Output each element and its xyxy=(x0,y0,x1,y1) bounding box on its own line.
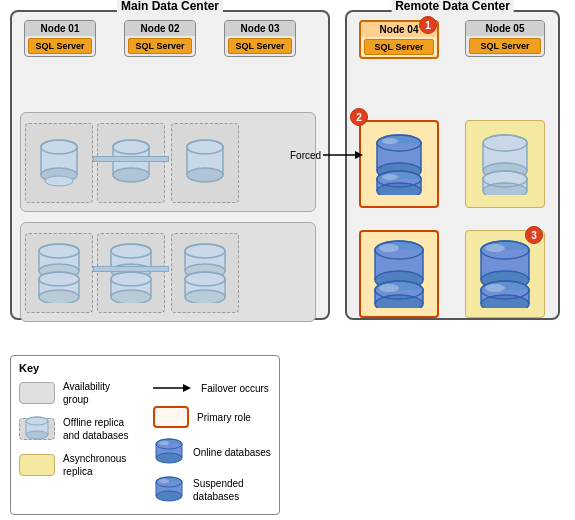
replica-top-1 xyxy=(25,123,93,203)
key-row-failover: Failover occurs xyxy=(153,380,271,396)
svg-point-88 xyxy=(379,244,399,252)
key-async-text: Asynchronous replica xyxy=(63,452,137,478)
replica-bottom-3 xyxy=(171,233,239,313)
key-suspended-text: Suspended databases xyxy=(193,477,271,503)
forced-arrow-icon xyxy=(323,148,363,162)
node01-sql: SQL Server xyxy=(28,38,92,54)
key-row-async: Asynchronous replica xyxy=(19,452,137,478)
key-offline-db-svg xyxy=(23,415,51,443)
remote-replica-top-05 xyxy=(465,120,545,208)
diagram-area: Main Data Center Node 01 SQL Server Node… xyxy=(0,0,575,340)
key-ag-icon xyxy=(19,382,55,404)
key-ag-text: Availability group xyxy=(63,380,137,406)
key-offline-shape xyxy=(19,418,55,440)
svg-point-10 xyxy=(113,168,149,182)
node01-label: Node 01 xyxy=(25,21,95,36)
online-db-icon-3 xyxy=(475,240,535,308)
key-arrow-svg xyxy=(153,380,193,396)
key-row-offline: Offline replicaand databases xyxy=(19,416,137,442)
connector-bottom xyxy=(93,266,169,272)
badge-1: 1 xyxy=(419,16,437,34)
offline-db-icon-6 xyxy=(180,243,230,303)
offline-db-icon-1 xyxy=(37,137,81,189)
key-offline-text: Offline replicaand databases xyxy=(63,416,129,442)
key-offline-icon xyxy=(19,418,55,440)
svg-point-129 xyxy=(156,491,182,501)
key-online-db-svg xyxy=(153,438,185,466)
connector-top xyxy=(93,156,169,162)
svg-point-122 xyxy=(156,453,182,463)
node01-card: Node 01 SQL Server xyxy=(24,20,96,57)
key-primary-text: Primary role xyxy=(197,411,251,424)
key-primary-icon xyxy=(153,406,189,428)
node03-sql: SQL Server xyxy=(228,38,292,54)
svg-marker-119 xyxy=(183,384,191,392)
replica-top-2 xyxy=(97,123,165,203)
badge-3: 3 xyxy=(525,226,543,244)
node04-sql: SQL Server xyxy=(364,39,434,55)
node02-label: Node 02 xyxy=(125,21,195,36)
key-suspended-icon xyxy=(153,476,185,504)
replica-bottom-1 xyxy=(25,233,93,313)
main-dc-label: Main Data Center xyxy=(117,0,223,13)
offline-db-icon-7 xyxy=(478,133,532,195)
badge-2: 2 xyxy=(350,108,368,126)
node05-card: Node 05 SQL Server xyxy=(465,20,545,57)
svg-point-109 xyxy=(485,284,505,292)
key-title: Key xyxy=(19,362,271,374)
key-ag-shape xyxy=(19,382,55,404)
key-failover-text: Failover occurs xyxy=(201,382,269,395)
key-failover-icon xyxy=(153,380,193,396)
key-row-primary: Primary role xyxy=(153,406,271,428)
ag-row-bottom xyxy=(20,222,316,322)
svg-point-114 xyxy=(26,431,48,439)
node05-sql: SQL Server xyxy=(469,38,541,54)
remote-replica-top-04 xyxy=(359,120,439,208)
node02-card: Node 02 SQL Server xyxy=(124,20,196,57)
svg-point-40 xyxy=(111,290,151,303)
key-row-ag: Availability group xyxy=(19,380,137,406)
svg-marker-111 xyxy=(355,151,363,159)
svg-point-52 xyxy=(185,290,225,303)
forced-arrow-container: Forced xyxy=(290,148,363,162)
svg-point-95 xyxy=(379,284,399,292)
offline-db-icon-5 xyxy=(106,243,156,303)
ag-row-top xyxy=(20,112,316,212)
offline-db-icon-2 xyxy=(109,137,153,189)
main-dc: Main Data Center Node 01 SQL Server Node… xyxy=(10,10,330,320)
svg-point-102 xyxy=(485,244,505,252)
key-box: Key Availability group xyxy=(10,355,280,515)
node05-label: Node 05 xyxy=(466,21,544,36)
online-db-icon-2 xyxy=(369,240,429,308)
svg-point-62 xyxy=(382,138,398,144)
forced-label: Forced xyxy=(290,150,321,161)
replica-bottom-2 xyxy=(97,233,165,313)
node03-card: Node 03 SQL Server xyxy=(224,20,296,57)
replica-top-3 xyxy=(171,123,239,203)
remote-replica-bottom-04 xyxy=(359,230,439,318)
key-row-suspended: Suspended databases xyxy=(153,476,271,504)
node02-sql: SQL Server xyxy=(128,38,192,54)
node03-label: Node 03 xyxy=(225,21,295,36)
online-db-icon-1 xyxy=(372,133,426,195)
svg-point-69 xyxy=(382,174,398,180)
remote-dc-label: Remote Data Center xyxy=(391,0,514,13)
offline-db-icon-3 xyxy=(183,137,227,189)
key-suspended-db-svg xyxy=(153,476,185,504)
svg-point-126 xyxy=(159,441,169,445)
key-online-text: Online databases xyxy=(193,446,271,459)
svg-point-28 xyxy=(39,290,79,303)
key-async-icon xyxy=(19,454,55,476)
key-primary-shape xyxy=(153,406,189,428)
offline-db-icon-4 xyxy=(34,243,84,303)
svg-point-6 xyxy=(45,176,73,186)
remote-dc: Remote Data Center Node 04 SQL Server No… xyxy=(345,10,560,320)
svg-point-16 xyxy=(187,168,223,182)
key-async-shape xyxy=(19,454,55,476)
key-online-icon xyxy=(153,438,185,466)
key-row-online: Online databases xyxy=(153,438,271,466)
svg-point-133 xyxy=(159,479,169,483)
